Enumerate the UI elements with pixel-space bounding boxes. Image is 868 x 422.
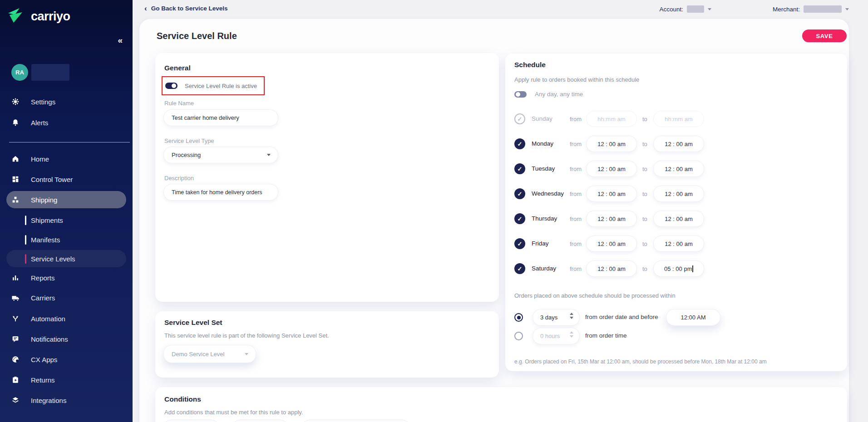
- subitem-bar-active: [25, 254, 26, 264]
- radio-selected[interactable]: [514, 313, 523, 322]
- conditions-subtitle: Add conditions that must be met for this…: [164, 409, 303, 416]
- sidebar-item-settings[interactable]: Settings: [6, 93, 126, 110]
- sidebar-item-label: Returns: [31, 376, 55, 384]
- sidebar-item-label: Alerts: [31, 119, 48, 127]
- time-from-input[interactable]: hh:mm am: [586, 111, 637, 127]
- schedule-row-saturday: ✓ Saturday from 12 : 00 am to 05 : 00 pm: [505, 260, 847, 277]
- service-level-set-value: Demo Service Level: [164, 351, 224, 358]
- time-to-input[interactable]: hh:mm am: [653, 111, 704, 127]
- conditions-title: Conditions: [164, 395, 201, 403]
- time-value: 12 : 00 am: [597, 265, 625, 272]
- days-stepper-input[interactable]: 3 days: [533, 309, 580, 326]
- day-name: Thursday: [532, 215, 557, 222]
- time-to-input[interactable]: 12 : 00 am: [653, 186, 704, 202]
- stepper-arrows[interactable]: [570, 331, 573, 338]
- time-to-input[interactable]: 12 : 00 am: [653, 236, 704, 252]
- time-to-input[interactable]: 12 : 00 am: [653, 161, 704, 177]
- rule-name-value: Test carrier home delivery: [164, 114, 239, 121]
- schedule-row-tuesday: ✓ Tuesday from 12 : 00 am to 12 : 00 am: [505, 161, 847, 177]
- day-checkbox[interactable]: ✓: [514, 263, 525, 274]
- account-value-redacted: [687, 5, 704, 13]
- radio-unselected[interactable]: [514, 332, 523, 340]
- sidebar-collapse-icon[interactable]: «: [118, 35, 123, 45]
- hours-stepper-input[interactable]: 0 hours: [533, 328, 580, 344]
- sidebar-item-label: Reports: [31, 274, 55, 282]
- before-time-input[interactable]: 12:00 AM: [666, 309, 720, 326]
- condition-select[interactable]: [163, 420, 219, 422]
- day-checkbox[interactable]: ✓: [514, 238, 525, 249]
- merchant-selector[interactable]: Merchant:: [773, 5, 849, 13]
- sidebar-item-alerts[interactable]: Alerts: [6, 114, 126, 131]
- time-placeholder: hh:mm am: [665, 116, 692, 123]
- option-suffix: from order time: [585, 332, 627, 339]
- service-level-type-select[interactable]: Processing: [163, 147, 278, 163]
- time-to-input[interactable]: 12 : 00 am: [653, 136, 704, 152]
- chevron-down-icon: [708, 8, 711, 10]
- time-from-input[interactable]: 12 : 00 am: [586, 260, 637, 277]
- account-selector[interactable]: Account:: [659, 5, 711, 13]
- sidebar-item-shipments[interactable]: Shipments: [6, 211, 126, 229]
- sidebar-item-control-tower[interactable]: Control Tower: [6, 171, 126, 188]
- schedule-title: Schedule: [514, 61, 546, 69]
- subitem-bar: [25, 235, 26, 245]
- rule-active-toggle[interactable]: [165, 83, 178, 89]
- day-checkbox[interactable]: ✓: [514, 138, 525, 149]
- arrow-up-icon[interactable]: [570, 313, 573, 315]
- time-value: 12 : 00 am: [665, 216, 692, 222]
- to-label: to: [642, 141, 647, 147]
- time-from-input[interactable]: 12 : 00 am: [586, 186, 637, 202]
- condition-select[interactable]: [232, 420, 288, 422]
- from-label: from: [570, 141, 582, 147]
- to-label: to: [642, 191, 647, 197]
- carriyo-bird-icon: [7, 7, 26, 25]
- time-value: 12 : 00 am: [597, 240, 625, 247]
- from-label: from: [570, 116, 582, 123]
- sidebar-item-label: Control Tower: [31, 176, 73, 183]
- sidebar-item-carriers[interactable]: Carriers: [6, 289, 126, 306]
- sidebar-item-returns[interactable]: Returns: [6, 371, 126, 388]
- description-input[interactable]: Time taken for home delivery orders: [163, 184, 278, 201]
- sidebar-item-service-levels[interactable]: Service Levels: [6, 250, 126, 267]
- arrow-up-icon[interactable]: [570, 331, 573, 334]
- arrow-down-icon[interactable]: [570, 317, 573, 319]
- logo-text: carriyo: [31, 10, 70, 24]
- time-from-input[interactable]: 12 : 00 am: [586, 211, 637, 227]
- stepper-value: 0 hours: [533, 333, 560, 339]
- time-from-input[interactable]: 12 : 00 am: [586, 161, 637, 177]
- time-from-input[interactable]: 12 : 00 am: [586, 136, 637, 152]
- time-to-input[interactable]: 12 : 00 am: [653, 211, 704, 227]
- day-checkbox[interactable]: ✓: [514, 163, 525, 174]
- condition-select[interactable]: [302, 420, 410, 422]
- sidebar-item-manifests[interactable]: Manifests: [6, 231, 126, 248]
- time-value: 12 : 00 am: [597, 191, 625, 197]
- save-button[interactable]: SAVE: [802, 29, 847, 42]
- time-to-input-focused[interactable]: 05 : 00 pm: [653, 260, 704, 277]
- arrow-down-icon[interactable]: [570, 335, 573, 338]
- service-level-set-card: Service Level Set This service level rul…: [155, 311, 499, 378]
- sidebar-item-shipping[interactable]: Shipping: [6, 191, 126, 208]
- service-level-set-select[interactable]: Demo Service Level: [163, 345, 256, 363]
- day-checkbox[interactable]: ✓: [514, 113, 525, 124]
- day-checkbox[interactable]: ✓: [514, 188, 525, 199]
- sidebar-item-automation[interactable]: Automation: [6, 310, 126, 327]
- home-icon: [11, 154, 20, 163]
- sidebar-item-notifications[interactable]: Notifications: [6, 330, 126, 348]
- service-level-set-title: Service Level Set: [164, 319, 222, 327]
- sidebar-item-integrations[interactable]: Integrations: [6, 392, 126, 409]
- processed-hours-option: 0 hours from order time: [505, 328, 847, 344]
- any-day-toggle[interactable]: [514, 91, 527, 98]
- go-back-link[interactable]: ‹ Go Back to Service Levels: [144, 5, 228, 12]
- day-checkbox[interactable]: ✓: [514, 213, 525, 224]
- avatar[interactable]: RA: [11, 64, 28, 81]
- user-profile[interactable]: RA: [11, 64, 69, 81]
- conditions-card: Conditions Add conditions that must be m…: [155, 387, 847, 422]
- stepper-arrows[interactable]: [570, 313, 573, 319]
- chevron-down-icon: [245, 353, 248, 355]
- sidebar-item-reports[interactable]: Reports: [6, 269, 126, 286]
- sidebar-item-home[interactable]: Home: [6, 150, 126, 167]
- to-label: to: [642, 116, 647, 123]
- sidebar-item-cx-apps[interactable]: CX Apps: [6, 351, 126, 368]
- rule-name-input[interactable]: Test carrier home delivery: [163, 109, 278, 126]
- time-from-input[interactable]: 12 : 00 am: [586, 236, 637, 252]
- return-clipboard-icon: [11, 375, 20, 384]
